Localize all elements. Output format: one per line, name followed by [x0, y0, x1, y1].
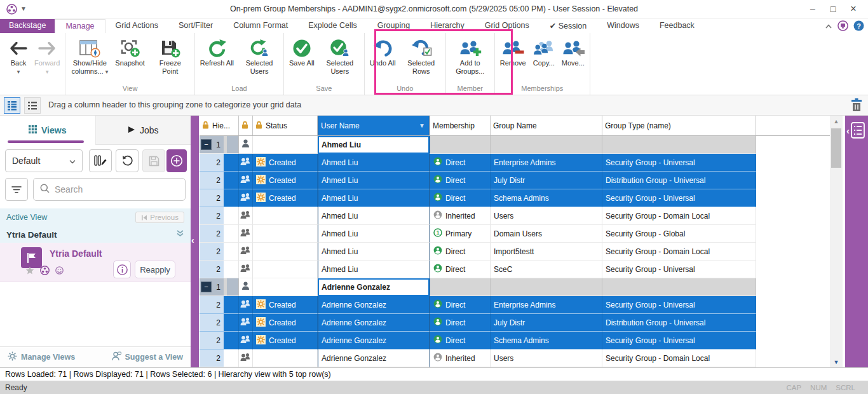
column-header-hie[interactable]: Hie...	[200, 116, 239, 135]
reset-view-button[interactable]	[116, 149, 139, 172]
filter-views-button[interactable]	[5, 178, 28, 201]
membership-pair-icon	[240, 335, 251, 346]
view-info-button[interactable]	[113, 261, 131, 278]
column-header-group-name[interactable]: Group Name	[491, 116, 602, 135]
tab-views[interactable]: Views	[0, 116, 95, 145]
reapply-button[interactable]: Reapply	[135, 261, 175, 278]
active-view-label: Active View	[6, 213, 47, 222]
refresh-all-button[interactable]: Refresh All	[197, 36, 237, 69]
tab-explode-cells[interactable]: Explode Cells	[298, 19, 367, 33]
selected-rows-button[interactable]: Selected Rows	[399, 36, 444, 76]
forward-button[interactable]: Forward▾	[31, 36, 63, 76]
collapse-section-icon[interactable]	[176, 230, 184, 239]
tab-grid-options[interactable]: Grid Options	[475, 19, 539, 33]
copy-button[interactable]: Copy...	[529, 36, 559, 69]
move-button[interactable]: Move...	[559, 36, 588, 69]
right-side-panel[interactable]: ‹	[845, 116, 868, 367]
minimize-button[interactable]: –	[803, 1, 822, 17]
trash-icon[interactable]	[850, 98, 863, 114]
column-header-status[interactable]: Status	[253, 116, 318, 135]
tab-grouping[interactable]: Grouping	[367, 19, 420, 33]
lock-icon	[241, 121, 248, 131]
search-input[interactable]	[33, 178, 186, 201]
remove-button[interactable]: Remove	[497, 36, 529, 69]
membership-type: Direct	[445, 247, 465, 256]
hierarchy-view-icon[interactable]	[4, 97, 20, 114]
tab-sort-filter[interactable]: Sort/Filter	[168, 19, 223, 33]
search-field[interactable]	[55, 184, 163, 194]
add-to-groups-button[interactable]: Add to Groups...	[448, 36, 492, 76]
tab-hierarchy[interactable]: Hierarchy	[420, 19, 475, 33]
tab-column-format[interactable]: Column Format	[223, 19, 298, 33]
favorite-star-icon[interactable]	[25, 266, 34, 276]
tab-windows[interactable]: Windows	[597, 19, 649, 33]
collapse-expander-icon[interactable]: −	[201, 282, 211, 292]
status-text: Created	[269, 194, 296, 203]
group-type: Security Group - Domain Local	[606, 247, 710, 256]
tab-jobs[interactable]: Jobs	[95, 116, 191, 145]
collapse-expander-icon[interactable]: −	[201, 140, 211, 149]
back-button[interactable]: Back▾	[6, 36, 31, 76]
edit-views-button[interactable]	[89, 149, 112, 172]
grid-row[interactable]: 2CreatedAdrienne GonzalezDirectEnterpris…	[200, 296, 830, 314]
scroll-down-icon[interactable]: ▼	[830, 357, 843, 367]
column-header-group-type-name[interactable]: Group Type (name)	[602, 116, 756, 135]
vertical-scrollbar[interactable]: ▲ ▼	[830, 116, 843, 367]
grid-row[interactable]: −1Ahmed Liu	[200, 136, 830, 154]
ribbon-group-member: Add to Groups...Member	[446, 33, 495, 95]
save-all-button[interactable]: Save All	[286, 36, 318, 69]
grid-row[interactable]: 2CreatedAhmed LiuDirectSchema AdminsSecu…	[200, 189, 830, 207]
sort-filter-arrow-icon[interactable]: ▼	[419, 122, 425, 129]
collapse-ribbon-icon[interactable]	[825, 22, 832, 31]
previous-view-button[interactable]: Previous	[135, 212, 184, 223]
tab-manage[interactable]: Manage	[55, 19, 105, 33]
sidebar-collapse-strip[interactable]: ‹	[191, 116, 199, 367]
save-view-button[interactable]	[142, 149, 165, 172]
freeze-point-button[interactable]: Freeze Point	[148, 36, 193, 76]
ribbon-group-memberships: RemoveCopy...Move...Memberships	[495, 33, 590, 95]
grid-row[interactable]: 2Adrienne GonzalezInheritedUsersSecurity…	[200, 350, 830, 367]
membership-direct-icon	[433, 317, 442, 328]
ribbon: Back▾Forward▾Show/Hide columns... ▾Snaps…	[0, 33, 868, 95]
grid-row[interactable]: 2Ahmed LiuInheritedUsersSecurity Group -…	[200, 207, 830, 225]
flat-view-icon[interactable]	[24, 97, 41, 114]
grid-row[interactable]: 2CreatedAdrienne GonzalezDirectSchema Ad…	[200, 332, 830, 350]
grid-row[interactable]: 2CreatedAhmed LiuDirectEnterprise Admins…	[200, 154, 830, 172]
grid-row[interactable]: 2Ahmed Liu1PrimaryDomain UsersSecurity G…	[200, 225, 830, 243]
user-name: Ahmed Liu	[322, 158, 358, 167]
add-view-button[interactable]	[166, 149, 187, 172]
grid-row[interactable]: 2CreatedAdrienne GonzalezDirectJuly Dist…	[200, 314, 830, 332]
scroll-up-icon[interactable]: ▲	[830, 116, 843, 126]
user-name: Adrienne Gonzalez	[322, 301, 386, 309]
undo-all-button[interactable]: Undo All	[367, 36, 399, 69]
column-header-user-name[interactable]: User Name▼	[318, 116, 430, 135]
grid-row[interactable]: 2Ahmed LiuDirectSceCSecurity Group - Uni…	[200, 261, 830, 278]
grid-row[interactable]: 2Ahmed LiuDirectImport5testtSecurity Gro…	[200, 243, 830, 261]
selected-users-button[interactable]: Selected Users	[237, 36, 281, 76]
tab-backstage[interactable]: Backstage	[0, 19, 55, 33]
grouping-zone-hint: Drag a column header to this grouping zo…	[48, 100, 301, 109]
maximize-button[interactable]: □	[824, 1, 843, 17]
account-badge-icon[interactable]	[837, 20, 848, 33]
selected-users-button[interactable]: Selected Users	[318, 36, 362, 76]
column-header-membership[interactable]: Membership	[430, 116, 491, 135]
help-icon[interactable]: ?	[853, 20, 864, 33]
suggest-view-button[interactable]: Suggest a View	[112, 351, 183, 363]
close-button[interactable]: ×	[844, 1, 863, 17]
svg-text:1: 1	[437, 229, 440, 236]
show-hide-columns-button[interactable]: Show/Hide columns... ▾	[67, 36, 112, 77]
tab-grid-actions[interactable]: Grid Actions	[105, 19, 168, 33]
grid-row[interactable]: −1Adrienne Gonzalez	[200, 278, 830, 296]
tab-session[interactable]: ✔ Session	[539, 19, 597, 33]
group-type: Distribution Group - Universal	[606, 176, 705, 185]
panel-toggle-icon[interactable]: ‹	[846, 122, 865, 139]
tab-feedback[interactable]: Feedback	[649, 19, 705, 33]
snapshot-button[interactable]: Snapshot	[112, 36, 147, 69]
column-header-blank[interactable]	[239, 116, 253, 135]
view-card[interactable]: Ytria Default Reapply	[0, 243, 191, 282]
grid-row[interactable]: 2CreatedAhmed LiuDirectJuly DistrDistrib…	[200, 172, 830, 189]
view-selector-dropdown[interactable]: Default	[5, 149, 83, 172]
manage-views-button[interactable]: Manage Views	[8, 351, 75, 363]
membership-direct-icon	[433, 335, 442, 346]
scrollbar-thumb[interactable]	[831, 128, 841, 168]
